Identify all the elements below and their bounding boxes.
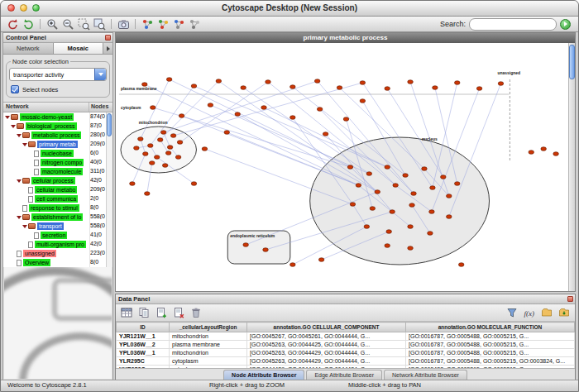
- table-cell[interactable]: YPL036W__1: [117, 349, 170, 357]
- select-nodes-checkbox[interactable]: [11, 85, 19, 93]
- table-cell[interactable]: plasma membrane: [170, 341, 247, 349]
- column-header-annotation-go-molecular-function[interactable]: annotation.GO MOLECULAR_FUNCTION: [406, 323, 575, 332]
- network-scrollbar-thumb[interactable]: [569, 45, 575, 79]
- table-cell[interactable]: [GO:0045263, GO:0044429, GO:0044444, G..…: [247, 357, 406, 366]
- redo-icon[interactable]: [21, 17, 36, 31]
- tree-row-overview[interactable]: Overview8(0: [3, 258, 112, 267]
- table-cell[interactable]: cytoplasm: [170, 357, 247, 366]
- tree-row-cellular-process[interactable]: cellular process42(0: [3, 176, 112, 185]
- table-cell[interactable]: mitochondrion: [170, 332, 247, 341]
- table-cell[interactable]: [GO:0016787, GO:0005488, GO:0005215, GO:…: [406, 357, 575, 366]
- tree-row-mosaic-demo-yeast[interactable]: mosaic-demo-yeast874(0: [3, 112, 112, 122]
- tree-label: establishment of lo: [31, 213, 83, 221]
- minimize-window-button[interactable]: [20, 4, 27, 12]
- attribute-table-icon[interactable]: [119, 306, 134, 319]
- table-cell[interactable]: [GO:0016787, GO:0005488, GO:0005215, G..…: [406, 332, 575, 341]
- column-header-id[interactable]: ID: [117, 323, 170, 332]
- zoom-in-icon[interactable]: [45, 17, 60, 31]
- tree-expand-icon[interactable]: [22, 143, 28, 146]
- tree-row-multi-organism-pro[interactable]: multi-organism pro42(0: [3, 240, 112, 249]
- snapshot-icon[interactable]: [116, 17, 131, 31]
- tree-row-transport[interactable]: transport558(0: [3, 222, 112, 231]
- tree-row-secretion[interactable]: secretion41(0: [3, 231, 112, 240]
- network-canvas-svg[interactable]: plasma membranecytoplasmmitochondrionnuc…: [116, 43, 568, 291]
- zoom-selected-icon[interactable]: [76, 17, 91, 31]
- control-panel-title: Control Panel: [6, 34, 46, 41]
- search-go-button[interactable]: [560, 19, 571, 30]
- undo-icon[interactable]: [5, 17, 20, 31]
- zoom-out-icon[interactable]: [60, 17, 75, 31]
- table-row[interactable]: YLR295Ccytoplasm[GO:0045263, GO:0044429,…: [117, 357, 575, 366]
- tab-network[interactable]: Network: [3, 43, 54, 54]
- network-canvas[interactable]: plasma membranecytoplasmmitochondrionnuc…: [116, 43, 575, 291]
- filter-icon[interactable]: [505, 306, 519, 319]
- table-cell[interactable]: YLR295C: [117, 357, 170, 366]
- tab-node-attribute-browser[interactable]: Node Attribute Browser: [223, 370, 304, 380]
- table-row[interactable]: YPL036W__1mitochondrion[GO:0045263, GO:0…: [117, 349, 575, 357]
- tab-network-attribute-browser[interactable]: Network Attribute Browser: [384, 370, 467, 380]
- chevron-down-icon[interactable]: [94, 69, 106, 80]
- open-folder-icon[interactable]: [539, 306, 554, 319]
- tree-expand-icon[interactable]: [22, 225, 28, 228]
- tree-row-biological-process[interactable]: biological_process87(0: [3, 122, 112, 131]
- column-header-annotation-go-cellular-component[interactable]: annotation.GO CELLULAR_COMPONENT: [247, 323, 406, 332]
- tree-expand-icon[interactable]: [16, 216, 22, 219]
- tree-row-establishment-of-lo[interactable]: establishment of lo558(0: [3, 213, 112, 222]
- table-cell[interactable]: mitochondrion: [170, 349, 247, 357]
- table-cell[interactable]: YPL036W__2: [117, 341, 170, 349]
- tree-row-nucleobase[interactable]: nucleobase6(0: [3, 149, 112, 158]
- table-cell[interactable]: [GO:0045263, GO:0044425, GO:0044444, G..…: [247, 341, 406, 349]
- tree-row-macromolecule[interactable]: macromolecule311(0: [3, 167, 112, 176]
- tree-row-response-to-stimul[interactable]: response to stimul8(0: [3, 203, 112, 213]
- control-panel-tabs: Network Mosaic: [3, 43, 112, 55]
- column-header-cellularlayoutregion[interactable]: _cellularLayoutRegion: [170, 323, 247, 332]
- doc-icon: [17, 260, 22, 266]
- data-panel-close-icon[interactable]: [567, 296, 573, 302]
- formula-icon[interactable]: f(x): [522, 306, 537, 319]
- doc-icon: [28, 241, 33, 248]
- table-cell[interactable]: YJR121W__1: [117, 332, 170, 341]
- node-color-dropdown[interactable]: transporter activity: [9, 68, 107, 81]
- zoom-window-button[interactable]: [32, 4, 40, 12]
- network-icon-3[interactable]: [171, 17, 186, 31]
- select-attributes-icon[interactable]: [136, 306, 151, 319]
- close-window-button[interactable]: [7, 4, 15, 12]
- tab-mosaic[interactable]: Mosaic: [54, 43, 104, 54]
- network-view-title[interactable]: primary metabolic process: [116, 33, 575, 43]
- tree-expand-icon[interactable]: [16, 134, 22, 137]
- tree-row-unassigned[interactable]: unassigned223(0: [3, 249, 112, 258]
- table-cell[interactable]: [GO:0016787, GO:0005488, GO:0005215, G..…: [406, 349, 575, 357]
- tree-expand-icon[interactable]: [10, 125, 17, 128]
- svg-text:endoplasmic reticulum: endoplasmic reticulum: [230, 233, 275, 238]
- tab-scroll-right-icon[interactable]: [103, 43, 112, 54]
- table-cell[interactable]: [GO:0045267, GO:0045261, GO:0044444, G..…: [247, 332, 406, 341]
- tree-row-primary-metab[interactable]: primary metab209(0: [3, 140, 112, 149]
- network-icon-4[interactable]: [187, 17, 202, 31]
- table-row[interactable]: YPL036W__2plasma membrane[GO:0045263, GO…: [117, 341, 575, 349]
- tree-row-metabolic-process[interactable]: metabolic process280(0: [3, 131, 112, 140]
- search-input[interactable]: [469, 18, 557, 31]
- network-icon-1[interactable]: [140, 17, 155, 31]
- zoom-fit-icon[interactable]: [92, 17, 107, 31]
- create-attribute-icon[interactable]: [154, 306, 169, 319]
- delete-attribute-icon[interactable]: [171, 306, 186, 319]
- import-table-icon[interactable]: [557, 306, 572, 319]
- table-row[interactable]: YJR121W__1mitochondrion[GO:0045267, GO:0…: [117, 332, 575, 341]
- titlebar[interactable]: Cytoscape Desktop (New Session): [1, 1, 578, 17]
- tree-row-nitrogen-compo[interactable]: nitrogen compo40(0: [3, 158, 112, 167]
- tree-expand-icon[interactable]: [4, 116, 11, 119]
- table-cell[interactable]: [GO:0045263, GO:0044429, GO:0044444, G..…: [247, 349, 406, 357]
- tab-edge-attribute-browser[interactable]: Edge Attribute Browser: [306, 370, 382, 380]
- network-overview-thumbnail[interactable]: [4, 261, 112, 379]
- tree-row-cell-communica[interactable]: cell communica2(0: [3, 194, 112, 203]
- table-cell[interactable]: [GO:0016787, GO:0005488, GO:0005215, G..…: [406, 341, 575, 349]
- trash-icon[interactable]: [189, 306, 203, 319]
- network-icon-2[interactable]: [156, 17, 170, 31]
- tree-label: nucleobase: [41, 150, 74, 157]
- tree-row-cellular-metabo[interactable]: cellular metabo209(0: [3, 185, 112, 194]
- network-vertical-scrollbar[interactable]: [568, 43, 575, 291]
- tree-scrollbar[interactable]: [106, 112, 112, 267]
- tree-scrollbar-thumb[interactable]: [107, 113, 112, 136]
- control-panel-close-icon[interactable]: [105, 35, 111, 41]
- tree-expand-icon[interactable]: [16, 179, 22, 183]
